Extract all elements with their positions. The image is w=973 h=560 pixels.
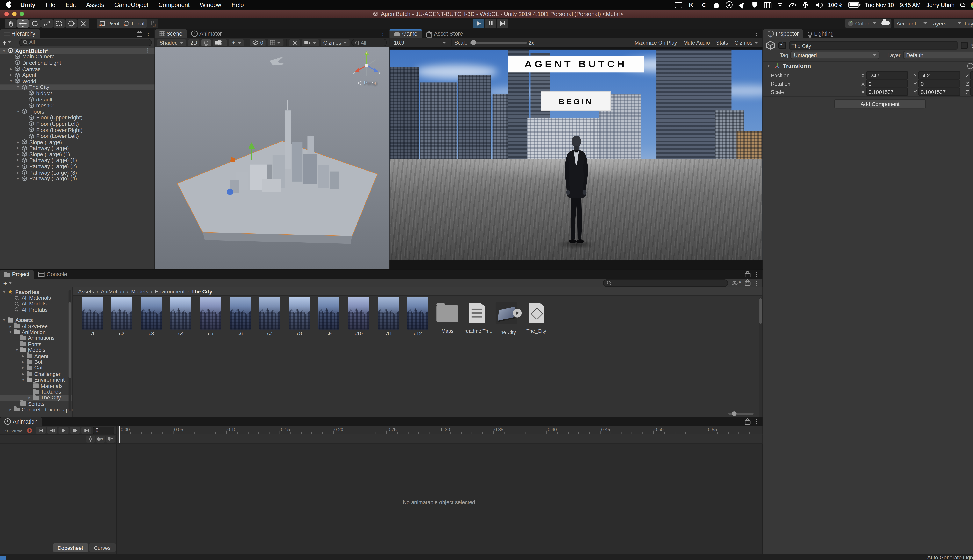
game-viewport[interactable]: AGENT BUTCH BEGIN [390,47,762,269]
hierarchy-item[interactable]: Floors [0,108,154,115]
project-menu-icon[interactable] [754,280,759,286]
foldout-open-icon[interactable] [2,318,7,323]
breadcrumb-item[interactable]: Models [131,288,148,294]
curves-button[interactable]: Curves [89,543,115,552]
transform-value-field[interactable]: 0.1001537 [970,88,973,96]
hierarchy-item[interactable]: The City [0,84,154,90]
foldout-closed-icon[interactable] [15,152,21,157]
foldout-open-icon[interactable] [8,78,14,83]
shield-status-icon[interactable] [751,2,759,8]
k-app-status-icon[interactable]: K [687,2,695,8]
collab-dropdown[interactable]: Collab [845,19,879,28]
hierarchy-item[interactable]: Slope (Large) (1) [0,151,154,157]
create-asset-button[interactable]: + [3,279,12,287]
asset-text[interactable]: readme Th... [464,297,490,334]
project-tree-item[interactable]: Cat [0,365,72,371]
scene-camera-dropdown[interactable] [302,39,319,46]
scene-search-input[interactable] [351,39,387,46]
airdrop-status-icon[interactable] [802,2,809,8]
custom-tool-button[interactable] [77,19,89,28]
breadcrumb[interactable]: AssetsAniMotionModelsEnvironmentThe City [73,287,762,296]
cloud-services-button[interactable] [879,19,891,28]
hierarchy-item[interactable]: bldgs2 [0,90,154,96]
layers-dropdown[interactable]: Layers [928,19,964,28]
grid-visibility-dropdown[interactable] [267,39,284,46]
record-button[interactable] [27,428,32,433]
mute-audio-toggle[interactable]: Mute Audio [681,39,712,46]
asset-image[interactable]: c7 [257,297,283,337]
foldout-closed-icon[interactable] [15,170,21,175]
asset-image[interactable]: c5 [198,297,223,337]
hierarchy-item[interactable]: Canvas [0,66,154,72]
transform-value-field[interactable]: -4.2 [918,71,960,79]
previous-key-button[interactable] [47,427,57,433]
scene-orientation-gizmo[interactable]: y x z [352,50,381,79]
asset-image[interactable]: c9 [316,297,342,337]
project-search-input[interactable] [603,279,728,287]
lock-icon[interactable] [745,420,751,425]
apple-menu-icon[interactable] [7,2,12,8]
step-button[interactable] [497,19,508,28]
scale-tool-button[interactable] [41,19,53,28]
foldout-closed-icon[interactable] [20,371,26,376]
filter-by-selection-icon[interactable] [86,435,95,442]
scene-tools-button[interactable] [289,39,300,46]
foldout-open-icon[interactable] [2,48,7,53]
create-object-button[interactable]: + [3,38,12,46]
c-app-status-icon[interactable]: C [700,2,707,8]
project-tree-item[interactable]: Materials [0,383,72,389]
menu-item-component[interactable]: Component [153,0,195,10]
asset-model[interactable]: The City [494,297,519,335]
menu-item-gameobject[interactable]: GameObject [109,0,153,10]
tab-animation[interactable]: Animation [0,417,42,426]
location-status-icon[interactable] [738,2,746,8]
project-tree-item[interactable]: Assets [0,317,72,323]
project-tree-item[interactable]: All Prefabs [0,307,72,313]
maximize-on-play-toggle[interactable]: Maximize On Play [632,39,680,46]
asset-asset[interactable]: The_City [524,297,549,334]
hierarchy-item[interactable]: World [0,78,154,84]
tab-console[interactable]: Console [34,270,72,279]
foldout-closed-icon[interactable] [15,164,21,169]
transform-value-field[interactable]: 0.1001537 [866,88,908,96]
game-gizmos-dropdown[interactable]: Gizmos [732,39,761,46]
hand-tool-button[interactable] [5,19,17,28]
transform-value-field[interactable]: 0 [918,79,960,88]
preview-expand-icon[interactable] [513,308,522,318]
transform-value-field[interactable]: -24.5 [866,71,908,79]
foldout-closed-icon[interactable] [8,66,14,72]
play-button[interactable] [473,19,484,28]
foldout-closed-icon[interactable] [15,139,21,145]
menu-item-file[interactable]: File [40,0,60,10]
menu-item-assets[interactable]: Assets [81,0,109,10]
foldout-closed-icon[interactable] [15,158,21,163]
asset-image[interactable]: c12 [405,297,431,337]
timeline-ruler[interactable]: 0:000:050:100:150:200:250:300:350:400:45… [117,426,762,435]
foldout-closed-icon[interactable] [27,395,32,400]
hidden-packages-toggle[interactable]: 8 [731,280,742,286]
foldout-closed-icon[interactable] [20,353,26,358]
display-status-icon[interactable] [675,2,682,8]
project-tree-item[interactable]: Fonts [0,341,72,347]
project-tree-item[interactable]: ★Favorites [0,289,72,295]
preview-toggle[interactable]: Preview [2,427,23,433]
menu-user[interactable]: Jerry Ubah [926,2,955,8]
hierarchy-item[interactable]: Agent [0,72,154,78]
asset-image[interactable]: c2 [109,297,134,337]
asset-image[interactable]: c4 [168,297,194,337]
hierarchy-item[interactable]: AgentButch* [0,48,154,54]
tab-lighting[interactable]: Lighting [803,29,838,38]
project-tree-item[interactable]: Challenger [0,371,72,377]
effects-dropdown[interactable]: ✦ [229,39,244,46]
pause-button[interactable] [485,19,496,28]
anim-play-button[interactable] [59,427,69,433]
menu-item-window[interactable]: Window [195,0,227,10]
transform-foldout[interactable] [766,63,771,68]
siri-icon[interactable] [971,2,973,8]
transform-value-field[interactable]: 0 [866,79,908,88]
hierarchy-item[interactable]: Floor (Upper Left) [0,121,154,127]
add-component-button[interactable]: Add Component [834,99,926,108]
project-tree-item[interactable]: Agent [0,353,72,359]
scene-menu-icon[interactable] [145,48,150,54]
scene-viewport[interactable]: y x z Persp [155,47,389,269]
